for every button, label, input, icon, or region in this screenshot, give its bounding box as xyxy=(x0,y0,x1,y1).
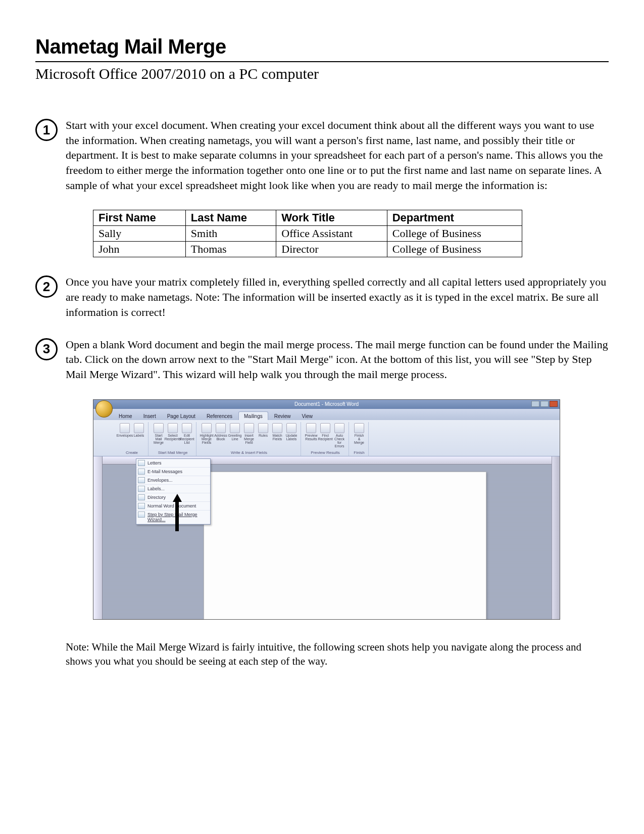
dropdown-item-label: Normal Word Document xyxy=(147,503,196,508)
dropdown-item[interactable]: Envelopes... xyxy=(136,476,210,485)
table-cell: Smith xyxy=(185,226,276,242)
ribbon-button-label: Select Recipients xyxy=(165,434,181,441)
ribbon-button[interactable]: Update Labels xyxy=(285,423,298,441)
ribbon-button[interactable]: Preview Results xyxy=(305,423,317,441)
ribbon-button[interactable]: Edit Recipient List xyxy=(181,423,193,444)
ribbon-group: Start Mail MergeSelect RecipientsEdit Re… xyxy=(150,422,196,456)
ribbon-button[interactable]: Rules xyxy=(257,423,269,437)
start-mail-merge-dropdown: LettersE-Mail MessagesEnvelopes...Labels… xyxy=(136,458,211,525)
ribbon-button-label: Update Labels xyxy=(285,434,298,441)
ribbon-button[interactable]: Match Fields xyxy=(271,423,283,441)
tab-insert[interactable]: Insert xyxy=(138,412,161,420)
ribbon-group: EnvelopesLabelsCreate xyxy=(116,422,148,456)
dropdown-item-icon xyxy=(138,503,145,509)
ribbon-button[interactable]: Greeting Line xyxy=(229,423,241,441)
ribbon-button[interactable]: Finish & Merge xyxy=(353,423,365,444)
step-number-icon: 2 xyxy=(35,275,58,298)
table-cell: Director xyxy=(276,242,387,257)
ribbon-button-label: Rules xyxy=(259,434,268,437)
dropdown-item[interactable]: Normal Word Document xyxy=(136,502,210,511)
ribbon-button[interactable]: Labels xyxy=(133,423,145,437)
ribbon-button-label: Address Block xyxy=(214,434,227,441)
step-text: Once you have your matrix completely fil… xyxy=(66,274,609,319)
ribbon-group-label: Start Mail Merge xyxy=(153,450,193,455)
arrow-head-icon xyxy=(173,494,182,502)
ribbon-group-label: Finish xyxy=(353,450,365,455)
step-text: Start with your excel document. When cre… xyxy=(66,118,609,193)
office-button[interactable] xyxy=(95,400,113,418)
ribbon-button[interactable]: Envelopes xyxy=(119,423,131,437)
dropdown-item-label: Labels... xyxy=(147,486,165,491)
annotation-arrow xyxy=(175,494,182,531)
close-button[interactable] xyxy=(550,401,558,407)
table-cell: Office Assistant xyxy=(276,226,387,242)
ribbon-button-label: Edit Recipient List xyxy=(179,434,194,444)
tab-home[interactable]: Home xyxy=(114,412,137,420)
step-number-icon: 3 xyxy=(35,338,58,360)
ribbon-button[interactable]: Highlight Merge Fields xyxy=(201,423,213,444)
ribbon-icon xyxy=(154,423,164,433)
ribbon: EnvelopesLabelsCreateStart Mail MergeSel… xyxy=(93,420,560,456)
table-header: Work Title xyxy=(276,210,387,226)
table-header-row: First Name Last Name Work Title Departme… xyxy=(93,210,522,226)
tab-references[interactable]: References xyxy=(202,412,237,420)
word-screenshot: Document1 - Microsoft Word Home Insert P… xyxy=(93,399,560,620)
dropdown-item-label: Directory xyxy=(147,495,166,500)
tab-review[interactable]: Review xyxy=(269,412,296,420)
dropdown-item-icon xyxy=(138,494,145,500)
dropdown-item-label: Letters xyxy=(147,460,162,466)
ribbon-group-label: Write & Insert Fields xyxy=(201,450,298,455)
table-header: Last Name xyxy=(185,210,276,226)
tab-page-layout[interactable]: Page Layout xyxy=(162,412,201,420)
footer-note: Note: While the Mail Merge Wizard is fai… xyxy=(66,640,599,669)
tab-view[interactable]: View xyxy=(297,412,318,420)
step-number-icon: 1 xyxy=(35,119,58,141)
ribbon-button[interactable]: Select Recipients xyxy=(167,423,179,441)
ribbon-icon xyxy=(182,423,192,433)
dropdown-item-label: Step by Step Mail Merge Wizard... xyxy=(147,512,197,522)
dropdown-item[interactable]: Step by Step Mail Merge Wizard... xyxy=(136,511,210,524)
ribbon-button[interactable]: Start Mail Merge xyxy=(153,423,165,444)
maximize-button[interactable] xyxy=(540,401,549,407)
word-window: Document1 - Microsoft Word Home Insert P… xyxy=(93,399,560,620)
ribbon-button-label: Start Mail Merge xyxy=(153,434,165,444)
ribbon-group-label: Create xyxy=(119,450,145,455)
ribbon-icon xyxy=(272,423,282,433)
document-page[interactable] xyxy=(204,472,486,619)
ribbon-button[interactable]: Find Recipient xyxy=(319,423,331,441)
document-area: LettersE-Mail MessagesEnvelopes...Labels… xyxy=(93,456,560,619)
dropdown-item[interactable]: Letters xyxy=(136,459,210,468)
ribbon-tabs: Home Insert Page Layout References Maili… xyxy=(93,409,560,420)
step-2: 2 Once you have your matrix completely f… xyxy=(35,274,609,319)
page-title: Nametag Mail Merge xyxy=(35,35,609,58)
ribbon-icon xyxy=(168,423,178,433)
ribbon-button[interactable]: Auto Check for Errors xyxy=(333,423,345,448)
ribbon-button[interactable]: Address Block xyxy=(215,423,227,441)
ribbon-button-label: Match Fields xyxy=(271,434,283,441)
step-text: Open a blank Word document and begin the… xyxy=(66,337,609,382)
table-cell: Sally xyxy=(93,226,186,242)
arrow-shaft xyxy=(175,502,179,531)
page-subtitle: Microsoft Office 2007/2010 on a PC compu… xyxy=(35,65,609,82)
vertical-scrollbar[interactable] xyxy=(552,456,560,619)
ribbon-icon xyxy=(202,423,212,433)
ribbon-button-label: Auto Check for Errors xyxy=(333,434,345,448)
ribbon-button[interactable]: Insert Merge Field xyxy=(243,423,255,444)
dropdown-item-icon xyxy=(138,512,145,518)
table-header: First Name xyxy=(93,210,186,226)
dropdown-item-label: Envelopes... xyxy=(147,478,173,483)
tab-mailings[interactable]: Mailings xyxy=(238,411,268,420)
dropdown-item[interactable]: Labels... xyxy=(136,485,210,493)
table-cell: College of Business xyxy=(387,226,522,242)
minimize-button[interactable] xyxy=(531,401,539,407)
ribbon-button-label: Finish & Merge xyxy=(353,434,365,444)
ribbon-icon xyxy=(354,423,364,433)
ribbon-icon xyxy=(216,423,226,433)
dropdown-item-label: E-Mail Messages xyxy=(147,469,182,474)
ribbon-icon xyxy=(258,423,268,433)
dropdown-item[interactable]: E-Mail Messages xyxy=(136,468,210,476)
word-title-text: Document1 - Microsoft Word xyxy=(294,401,359,407)
ribbon-group: Preview ResultsFind RecipientAuto Check … xyxy=(302,422,349,456)
dropdown-item-icon xyxy=(138,477,145,483)
document-scroll-area[interactable]: LettersE-Mail MessagesEnvelopes...Labels… xyxy=(103,456,552,619)
